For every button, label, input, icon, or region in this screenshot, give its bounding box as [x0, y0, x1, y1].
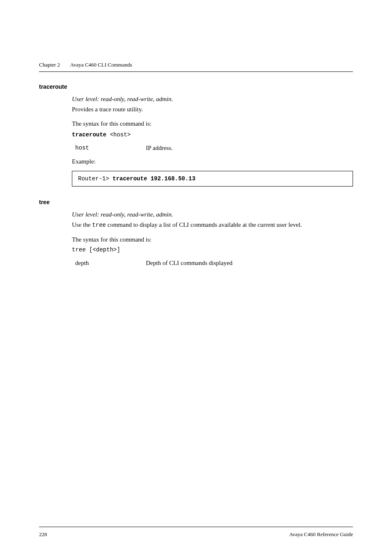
- content-block: User level: read-only, read-write, admin…: [72, 211, 353, 267]
- description: Provides a trace route utility.: [72, 105, 353, 114]
- syntax-arg: <host>: [106, 131, 131, 138]
- example-label: Example:: [72, 158, 353, 165]
- page-number: 228: [39, 531, 47, 538]
- param-name: host: [72, 145, 146, 152]
- syntax-intro: The syntax for this command is:: [72, 235, 353, 244]
- command-heading: traceroute: [39, 83, 353, 90]
- desc-pre: Use the: [72, 221, 92, 228]
- syntax-line: tree [<depth>]: [72, 246, 353, 253]
- guide-title: Avaya C460 Reference Guide: [289, 531, 353, 538]
- command-heading: tree: [39, 199, 353, 205]
- content-block: User level: read-only, read-write, admin…: [72, 96, 353, 187]
- param-desc: IP address.: [146, 145, 173, 152]
- syntax-command: traceroute: [72, 131, 106, 138]
- description: Use the tree command to display a list o…: [72, 221, 353, 230]
- param-row: host IP address.: [72, 145, 353, 152]
- example-prompt: Router-1>: [78, 175, 113, 182]
- desc-post: command to display a list of CLI command…: [106, 221, 302, 228]
- syntax-line: traceroute <host>: [72, 131, 353, 138]
- desc-code: tree: [92, 222, 106, 228]
- chapter-info: Chapter 2 Avaya C460 CLI Commands: [39, 62, 353, 68]
- section-tree: tree User level: read-only, read-write, …: [39, 199, 353, 267]
- section-traceroute: traceroute User level: read-only, read-w…: [39, 83, 353, 187]
- example-command: traceroute 192.168.50.13: [113, 175, 196, 182]
- param-row: depth Depth of CLI commands displayed: [72, 260, 353, 267]
- example-code-box: Router-1> traceroute 192.168.50.13: [72, 171, 353, 187]
- param-name: depth: [72, 260, 146, 267]
- page-header: Chapter 2 Avaya C460 CLI Commands: [39, 62, 353, 72]
- user-level: User level: read-only, read-write, admin…: [72, 211, 353, 218]
- param-desc: Depth of CLI commands displayed: [146, 260, 233, 267]
- chapter-title: Avaya C460 CLI Commands: [70, 62, 132, 68]
- syntax-intro: The syntax for this command is:: [72, 120, 353, 128]
- page-footer: 228 Avaya C460 Reference Guide: [39, 527, 353, 538]
- chapter-label: Chapter 2: [39, 62, 60, 68]
- user-level: User level: read-only, read-write, admin…: [72, 96, 353, 103]
